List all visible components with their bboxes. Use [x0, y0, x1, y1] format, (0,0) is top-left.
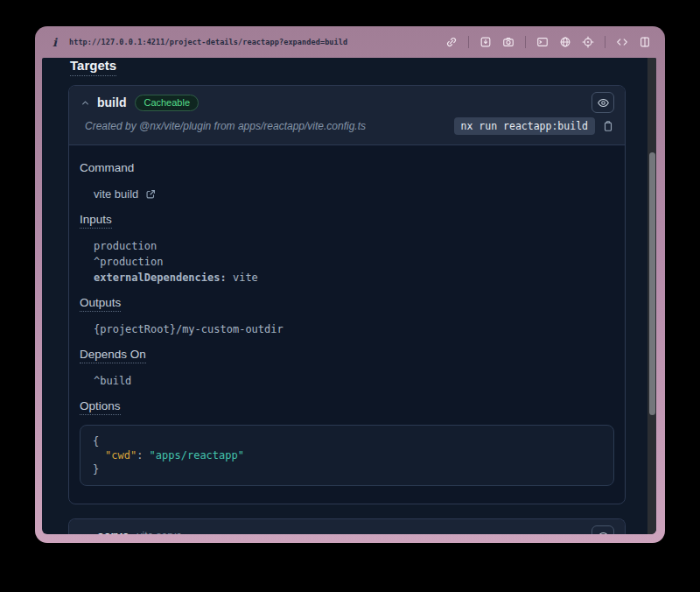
build-card-header: build Cacheable Created by @nx/vite/plug… — [69, 86, 625, 145]
eye-icon — [597, 530, 610, 535]
json-line: } — [93, 462, 601, 476]
serve-title-row[interactable]: serve vite serve — [80, 526, 614, 534]
external-link-icon[interactable] — [144, 188, 157, 201]
depends-on-item: ^build — [94, 373, 614, 389]
code-icon[interactable] — [616, 36, 628, 48]
json-line: { — [93, 434, 601, 448]
run-command-chip: nx run reactapp:build — [454, 117, 595, 135]
serve-card-header: serve vite serve — [69, 519, 625, 534]
project-details-page: Targets build Cacheable Created by @nx/v — [42, 58, 648, 534]
cacheable-badge: Cacheable — [135, 95, 199, 111]
outputs-section-heading: Outputs — [80, 295, 614, 311]
inputs-section-heading: Inputs — [80, 212, 614, 228]
screenshot-icon[interactable] — [502, 36, 514, 48]
depends-on-section-heading: Depends On — [80, 347, 614, 363]
command-section-heading: Command — [80, 160, 614, 176]
toolbar-actions — [445, 36, 651, 48]
view-target-button[interactable] — [592, 92, 614, 113]
target-card-build: build Cacheable Created by @nx/vite/plug… — [68, 85, 626, 504]
info-icon: i — [52, 36, 57, 49]
page-viewport: Targets build Cacheable Created by @nx/v — [42, 58, 656, 534]
address-bar[interactable]: http://127.0.0.1:4211/project-details/re… — [69, 38, 347, 46]
output-item: {projectRoot}/my-custom-outdir — [94, 321, 614, 337]
build-subheader-row: Created by @nx/vite/plugin from apps/rea… — [85, 117, 614, 135]
inspect-icon[interactable] — [582, 36, 594, 48]
view-target-button[interactable] — [592, 525, 614, 534]
command-value: vite build — [94, 187, 614, 202]
split-view-icon[interactable] — [639, 36, 651, 48]
input-item: externalDependencies: vite — [94, 270, 614, 285]
scrollbar-thumb[interactable] — [649, 152, 655, 415]
toolbar-divider — [525, 36, 526, 48]
created-by-text: Created by @nx/vite/plugin from apps/rea… — [85, 120, 366, 132]
browser-window: i http://127.0.0.1:4211/project-details/… — [35, 26, 665, 543]
options-json-block: { "cwd": "apps/reactapp" } — [80, 425, 614, 486]
terminal-icon[interactable] — [536, 36, 549, 48]
toolbar-divider — [605, 36, 606, 48]
input-item: production — [94, 238, 614, 254]
globe-icon[interactable] — [559, 36, 571, 48]
build-title-row[interactable]: build Cacheable — [80, 93, 614, 112]
eye-icon — [597, 96, 610, 109]
chevron-up-icon[interactable] — [80, 97, 91, 109]
link-icon[interactable] — [445, 36, 458, 48]
target-name: serve — [97, 529, 130, 534]
copy-icon — [602, 120, 614, 132]
scrollbar-track[interactable] — [648, 58, 656, 534]
browser-toolbar: i http://127.0.0.1:4211/project-details/… — [35, 26, 665, 58]
json-line: "cwd": "apps/reactapp" — [93, 448, 601, 462]
copy-command-button[interactable] — [602, 120, 614, 132]
build-card-body: Command vite build Inputs production ^pr… — [69, 145, 625, 504]
toolbar-divider — [468, 36, 469, 48]
chevron-down-icon[interactable] — [80, 531, 91, 535]
input-item: ^production — [94, 254, 614, 270]
options-section-heading: Options — [80, 398, 614, 414]
target-name: build — [97, 95, 126, 109]
page-title: Targets — [70, 58, 116, 76]
target-card-serve: serve vite serve — [68, 518, 626, 534]
import-icon[interactable] — [480, 36, 492, 48]
target-summary: vite serve — [137, 530, 182, 534]
